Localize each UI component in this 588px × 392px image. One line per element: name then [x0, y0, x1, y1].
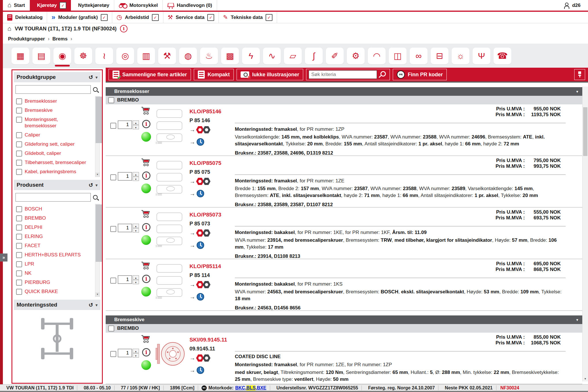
compare-articles-button[interactable]: Sammenligne flere artikler [109, 69, 191, 80]
chevron-down-icon[interactable] [576, 89, 578, 94]
quantity-input[interactable] [118, 224, 132, 232]
article-select-checkbox[interactable] [110, 123, 116, 129]
produsent-item[interactable]: LPR [16, 260, 94, 269]
product-image[interactable] [155, 335, 186, 375]
section-header[interactable]: Bremseskive [106, 315, 582, 324]
brand-checkbox[interactable] [108, 325, 114, 331]
article-code-link[interactable]: KLO/P85114 [189, 263, 221, 270]
productgroup-item[interactable]: Tilbehørssett, bremsecaliper [16, 158, 94, 167]
produsent-checkbox[interactable] [16, 215, 22, 221]
brake-icon[interactable]: ◉ [53, 48, 71, 64]
scrollbar-thumb[interactable] [583, 107, 587, 156]
pin-button[interactable] [574, 69, 585, 80]
glow-plug-icon[interactable]: ϟ [242, 48, 260, 64]
close-illustrations-button[interactable]: lukke illustrasjoner [237, 69, 303, 80]
produsent-checkbox[interactable] [16, 280, 22, 286]
produsent-checkbox[interactable] [16, 234, 22, 240]
productgroup-checkbox[interactable] [16, 108, 22, 114]
productgroup-checkbox[interactable] [16, 141, 22, 147]
produsent-item[interactable]: HERTH+BUSS ELPARTS [16, 250, 94, 260]
brand-checkbox[interactable] [108, 97, 114, 103]
produsent-checkbox[interactable] [16, 243, 22, 249]
productgroup-item[interactable]: Caliper [16, 130, 94, 140]
produsent-scrollbar[interactable] [95, 204, 100, 297]
produsent-checkbox[interactable] [16, 252, 22, 258]
oe-numbers-link[interactable] [189, 281, 210, 288]
motor-code-link[interactable]: BLS [246, 385, 256, 391]
quantity-increase-button[interactable] [133, 349, 139, 353]
engine-icon[interactable]: ♨ [200, 48, 218, 64]
air-filter-icon[interactable]: ▥ [137, 48, 155, 64]
productgroup-search-input[interactable] [16, 85, 91, 94]
product-image[interactable] [155, 158, 186, 198]
transmission-icon[interactable]: ⚙ [347, 48, 365, 64]
info-icon[interactable] [142, 348, 150, 356]
top-menu-item[interactable]: Handlevogn (0) [163, 0, 217, 11]
quantity-increase-button[interactable] [133, 172, 139, 176]
axle-position-diagram[interactable] [14, 310, 100, 368]
chevron-down-icon[interactable] [576, 317, 578, 323]
driveshaft-icon[interactable]: ☸ [74, 48, 92, 64]
reset-filter-icon[interactable] [89, 182, 93, 188]
belt-drive-icon[interactable]: ◍ [179, 48, 197, 64]
info-icon[interactable] [142, 171, 150, 180]
oe-numbers-link[interactable] [189, 178, 210, 185]
module-bar-item[interactable]: Delekatalog [3, 12, 47, 23]
produsent-item[interactable]: BOSCH [16, 204, 94, 214]
oe-numbers-link[interactable] [189, 354, 210, 362]
quantity-input[interactable] [118, 349, 132, 357]
sidebar-expander[interactable]: » [0, 253, 7, 262]
oils-fluids-icon[interactable]: ▤ [32, 48, 50, 64]
antenna-icon[interactable]: Ψ [473, 48, 490, 64]
info-icon[interactable] [142, 120, 150, 128]
article-select-checkbox[interactable] [110, 226, 116, 232]
quantity-decrease-button[interactable] [133, 353, 139, 358]
produsent-checkbox[interactable] [16, 225, 22, 231]
history-link[interactable] [189, 190, 204, 197]
module-dropdown-checkbox[interactable] [152, 14, 159, 21]
quantity-decrease-button[interactable] [133, 228, 139, 233]
oe-numbers-link[interactable] [189, 229, 210, 237]
quantity-increase-button[interactable] [133, 120, 139, 125]
exhaust-icon[interactable]: ∫ [305, 48, 323, 64]
productgroup-item[interactable]: Glideforing sett, caliper [16, 140, 94, 149]
article-select-checkbox[interactable] [110, 351, 116, 357]
chevron-down-icon[interactable] [95, 74, 98, 80]
phone-icon[interactable]: ☎ [494, 48, 511, 64]
motor-code-link[interactable]: BKC [235, 385, 245, 391]
produsent-item[interactable]: ELRING [16, 232, 94, 241]
battery-icon[interactable]: ⊟ [431, 48, 448, 64]
article-code-link[interactable]: SKI/09.9145.11 [189, 337, 227, 343]
add-to-cart-icon[interactable] [141, 261, 151, 271]
produsent-item[interactable]: DELPHI [16, 223, 94, 232]
service-parts-icon[interactable]: ⚒ [158, 48, 176, 64]
chevron-down-icon[interactable] [95, 302, 98, 308]
module-dropdown-checkbox[interactable] [101, 14, 108, 21]
fuel-system-icon[interactable]: ∿ [263, 48, 281, 64]
wiper-icon[interactable]: ◠ [368, 48, 386, 64]
product-image[interactable] [155, 107, 186, 147]
content-scrollbar[interactable] [582, 87, 588, 381]
quantity-input[interactable] [118, 172, 132, 181]
produsent-item[interactable]: PIERBURG [16, 278, 94, 287]
cooling-icon[interactable]: ▩ [221, 48, 239, 64]
gasket-icon[interactable]: ▱ [284, 48, 302, 64]
productgroup-checkbox[interactable] [16, 151, 22, 157]
scroll-down-icon[interactable] [583, 376, 588, 381]
produsent-checkbox[interactable] [16, 206, 22, 212]
add-to-cart-icon[interactable] [141, 106, 151, 116]
scroll-down-icon[interactable] [95, 172, 100, 177]
produsent-item[interactable]: QUICK BRAKE [16, 287, 94, 296]
quantity-decrease-button[interactable] [133, 125, 139, 129]
quantity-decrease-button[interactable] [133, 280, 139, 284]
suspension-icon[interactable]: ≀ [95, 48, 113, 64]
menu-dropdown-checkbox[interactable] [59, 2, 66, 9]
productgroup-checkbox[interactable] [16, 160, 22, 166]
compact-view-button[interactable]: Kompakt [194, 69, 234, 80]
steering-icon[interactable]: ◎ [116, 48, 134, 64]
info-icon[interactable] [142, 223, 150, 231]
productgroup-checkbox[interactable] [16, 117, 22, 123]
top-menu-item[interactable]: Start [3, 0, 30, 11]
reset-filter-icon[interactable] [89, 302, 93, 308]
user-icon[interactable] [564, 3, 569, 8]
